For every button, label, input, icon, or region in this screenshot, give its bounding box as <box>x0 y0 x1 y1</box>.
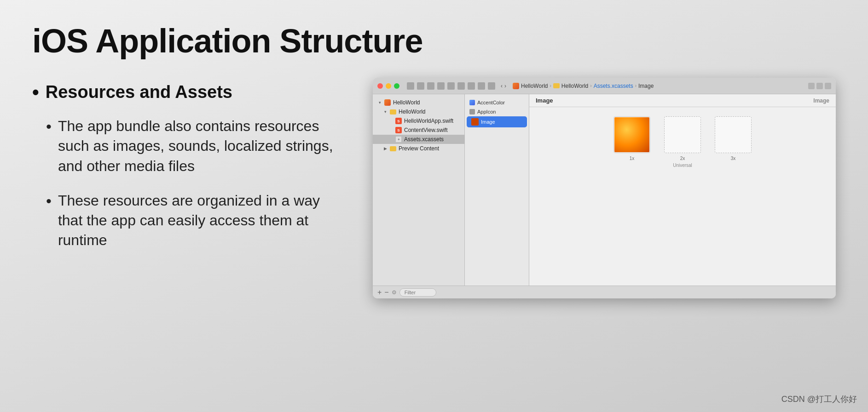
appicon-label: AppIcon <box>477 109 496 114</box>
disclosure-helloworld-folder: ▾ <box>383 109 388 114</box>
nav-item-contentview-swift[interactable]: ContentView.swift <box>373 126 464 135</box>
helloworld-app-icon <box>384 99 391 106</box>
maximize-button[interactable] <box>394 83 399 89</box>
contentview-swift-icon <box>395 127 402 133</box>
add-asset-button[interactable]: + <box>377 288 382 297</box>
nav-item-preview-content[interactable]: ▶ Preview Content <box>373 144 464 153</box>
image-slot-2x-box[interactable] <box>664 116 701 153</box>
nav-item-helloworld-project[interactable]: ▾ HelloWorld <box>373 98 464 107</box>
text-content: Resources and Assets The app bundle also… <box>32 78 345 250</box>
nav-label-helloworld-folder: HelloWorld <box>399 109 425 115</box>
asset-item-image[interactable]: Image <box>467 116 527 127</box>
helloworld-folder-icon <box>390 109 396 114</box>
sub-bullet-1-text: The app bundle also contains resources s… <box>58 116 345 176</box>
editor-toggle-icon[interactable] <box>417 82 424 90</box>
nav-label-helloworld-project: HelloWorld <box>393 99 420 106</box>
disclosure-helloworldapp <box>388 119 393 123</box>
slide-title: iOS Application Structure <box>32 23 836 59</box>
filter-icon: ⚙ <box>392 289 397 296</box>
path-xcassets: Assets.xcassets <box>594 83 633 89</box>
disclosure-contentview <box>388 128 393 132</box>
scheme-icon[interactable] <box>457 82 465 90</box>
titlebar-right <box>808 83 831 89</box>
path-chevron-1: › <box>550 83 551 88</box>
path-helloworld1: HelloWorld <box>521 83 548 89</box>
asset-item-appicon[interactable]: AppIcon <box>465 107 529 116</box>
device-icon[interactable] <box>468 82 475 90</box>
image-label: Image <box>481 119 495 125</box>
debug-icon[interactable] <box>825 83 831 89</box>
slot-2x-label: 2x <box>680 156 685 161</box>
asset-editor-title: Image <box>536 97 553 104</box>
nav-label-assets: Assets.xcassets <box>404 136 444 143</box>
xcode-bottombar: + − ⚙ <box>373 286 836 298</box>
asset-editor-side-label: Image <box>813 97 829 104</box>
folder-icon-1 <box>553 83 560 88</box>
xcode-window: ‹ › HelloWorld › HelloWorld › Assets.xca… <box>373 78 836 298</box>
disclosure-helloworld-project: ▾ <box>377 100 382 105</box>
slide: iOS Application Structure Resources and … <box>0 0 868 412</box>
nav-item-assets-xcassets[interactable]: Assets.xcassets <box>373 135 464 144</box>
path-segment-helloworld1: HelloWorld <box>513 83 548 89</box>
stop-icon[interactable] <box>447 82 455 90</box>
nav-label-preview-content: Preview Content <box>399 145 439 152</box>
asset-item-accentcolor[interactable]: AccentColor <box>465 98 529 107</box>
asset-list-panel: AccentColor AppIcon Im <box>465 94 529 286</box>
titlebar-path: HelloWorld › HelloWorld › Assets.xcasset… <box>513 83 805 89</box>
warning-icon[interactable] <box>478 82 485 90</box>
xcode-main: ▾ HelloWorld ▾ HelloWorld HelloWorldApp.… <box>373 94 836 286</box>
orange-image-thumbnail <box>614 117 649 152</box>
sub-bullets-list: The app bundle also contains resources s… <box>32 116 345 250</box>
disclosure-preview-content: ▶ <box>383 146 388 151</box>
nav-label-contentview: ContentView.swift <box>404 127 448 133</box>
image-slots-area: 1x 2x 3x <box>529 107 836 286</box>
sub-bullet-1: The app bundle also contains resources s… <box>46 116 345 176</box>
sidebar-toggle-icon[interactable] <box>407 82 414 90</box>
run-icon[interactable] <box>437 82 445 90</box>
minimize-button[interactable] <box>386 83 391 89</box>
titlebar-icons <box>407 82 495 90</box>
path-chevron-2: › <box>590 83 591 88</box>
xcode-navigator: ▾ HelloWorld ▾ HelloWorld HelloWorldApp.… <box>373 94 465 286</box>
app-icon <box>513 83 519 89</box>
image-slot-1x: 1x <box>613 116 650 161</box>
image-row: Image <box>471 118 522 126</box>
image-slot-1x-box[interactable] <box>613 116 650 153</box>
layout-icon[interactable] <box>427 82 434 90</box>
slot-3x-label: 3x <box>731 156 736 161</box>
image-slot-2x: 2x <box>664 116 701 161</box>
sub-bullet-2: These resources are organized in a way t… <box>46 191 345 251</box>
image-slot-3x-box[interactable] <box>715 116 752 153</box>
xcode-assets: AccentColor AppIcon Im <box>465 94 836 286</box>
assets-xcassets-icon <box>395 136 402 143</box>
watermark: CSDN @打工人你好 <box>781 394 857 405</box>
helloworldapp-swift-icon <box>395 118 402 124</box>
breakpoint-icon[interactable] <box>488 82 495 90</box>
forward-arrow[interactable]: › <box>504 83 506 89</box>
accentcolor-label: AccentColor <box>477 100 505 105</box>
nav-item-helloworld-folder[interactable]: ▾ HelloWorld <box>373 107 464 116</box>
path-segment-helloworld2: HelloWorld <box>553 83 588 89</box>
inspector-icon[interactable] <box>808 83 815 89</box>
filter-input[interactable] <box>399 288 436 297</box>
accentcolor-swatch <box>469 100 475 105</box>
sub-bullet-2-text: These resources are organized in a way t… <box>58 191 345 251</box>
content-area: Resources and Assets The app bundle also… <box>32 78 836 394</box>
disclosure-assets <box>388 137 393 142</box>
universal-label: Universal <box>673 163 692 168</box>
close-button[interactable] <box>377 83 383 89</box>
utilities-icon[interactable] <box>816 83 823 89</box>
appicon-row: AppIcon <box>469 109 524 114</box>
back-arrow[interactable]: ‹ <box>501 83 503 89</box>
preview-content-folder-icon <box>390 146 396 151</box>
image-thumb <box>471 118 479 126</box>
asset-editor-header: Image Image <box>529 94 836 107</box>
remove-asset-button[interactable]: − <box>384 288 388 297</box>
path-chevron-3: › <box>635 83 637 88</box>
path-helloworld2: HelloWorld <box>561 83 588 89</box>
titlebar-nav: ‹ › <box>501 83 506 89</box>
nav-item-helloworldapp-swift[interactable]: HelloWorldApp.swift <box>373 116 464 126</box>
appicon-thumb <box>469 109 475 114</box>
image-slots-row: 1x 2x 3x <box>613 116 752 161</box>
slot-1x-label: 1x <box>630 156 635 161</box>
